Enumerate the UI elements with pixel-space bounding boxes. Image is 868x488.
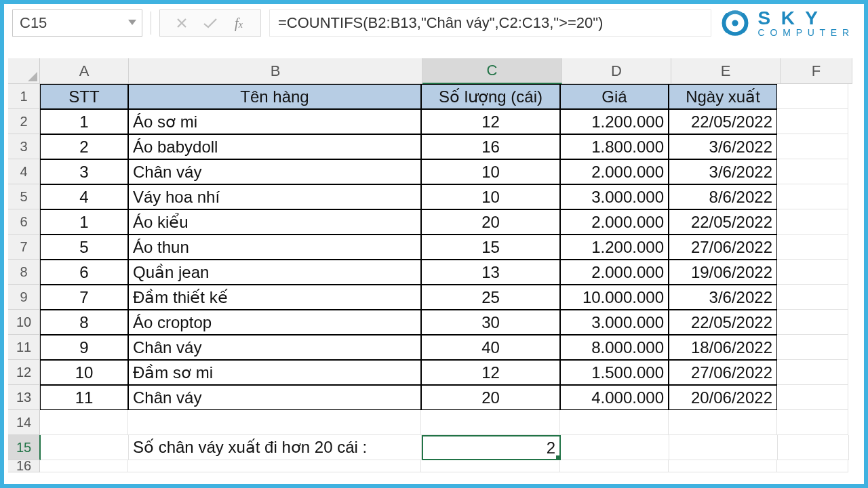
row-header[interactable]: 10: [8, 310, 40, 335]
cell-ngayxuat[interactable]: 22/05/2022: [669, 109, 777, 134]
hdr-gia[interactable]: Giá: [560, 84, 669, 109]
cell-stt[interactable]: 5: [40, 235, 128, 260]
cell-soluong[interactable]: 10: [421, 159, 560, 184]
cell[interactable]: [560, 460, 669, 472]
cell-gia[interactable]: 1.200.000: [560, 235, 669, 260]
col-header-B[interactable]: B: [129, 58, 422, 84]
row-header[interactable]: 14: [8, 410, 40, 435]
cell-stt[interactable]: 4: [40, 184, 128, 209]
cell[interactable]: [777, 385, 848, 410]
cell-ngayxuat[interactable]: 3/6/2022: [669, 159, 777, 184]
cell-ngayxuat[interactable]: 18/06/2022: [669, 335, 777, 360]
cell-gia[interactable]: 4.000.000: [560, 385, 669, 410]
cell-tenhang[interactable]: Đầm thiết kế: [128, 285, 421, 310]
cell[interactable]: [777, 260, 848, 285]
cell[interactable]: [777, 209, 848, 235]
cell-stt[interactable]: 7: [40, 285, 128, 310]
cancel-button[interactable]: [170, 13, 194, 33]
cell[interactable]: [777, 360, 848, 385]
cell-tenhang[interactable]: Đầm sơ mi: [128, 360, 421, 385]
grid-body[interactable]: 1STTTên hàngSố lượng (cái)GiáNgày xuất21…: [8, 84, 860, 480]
cell[interactable]: [560, 410, 669, 435]
cell-tenhang[interactable]: Áo thun: [128, 235, 421, 260]
cell[interactable]: [777, 460, 848, 472]
chevron-down-icon[interactable]: [128, 20, 136, 25]
cell[interactable]: [777, 159, 848, 184]
enter-button[interactable]: [198, 13, 222, 33]
row-header[interactable]: 7: [8, 235, 40, 260]
cell[interactable]: [128, 410, 421, 435]
cell-tenhang[interactable]: Áo babydoll: [128, 134, 421, 159]
cell-soluong[interactable]: 16: [421, 134, 560, 159]
cell[interactable]: [669, 410, 777, 435]
cell-soluong[interactable]: 12: [421, 360, 560, 385]
cell-ngayxuat[interactable]: 27/06/2022: [669, 235, 777, 260]
cell-soluong[interactable]: 40: [421, 335, 560, 360]
cell-ngayxuat[interactable]: 19/06/2022: [669, 260, 777, 285]
cell-ngayxuat[interactable]: 20/06/2022: [669, 385, 777, 410]
row-header[interactable]: 16: [8, 460, 40, 472]
cell[interactable]: [777, 84, 848, 109]
row-header[interactable]: 5: [8, 184, 40, 209]
cell[interactable]: [777, 109, 848, 134]
cell[interactable]: [777, 134, 848, 159]
cell-stt[interactable]: 10: [40, 360, 128, 385]
cell-stt[interactable]: 11: [40, 385, 128, 410]
cell[interactable]: [777, 335, 848, 360]
name-box[interactable]: C15: [12, 9, 142, 37]
row-header[interactable]: 6: [8, 209, 40, 235]
cell-ngayxuat[interactable]: 27/06/2022: [669, 360, 777, 385]
col-header-A[interactable]: A: [40, 58, 129, 84]
cell[interactable]: [777, 410, 848, 435]
cell-tenhang[interactable]: Quần jean: [128, 260, 421, 285]
cell-gia[interactable]: 1.800.000: [560, 134, 669, 159]
row-header[interactable]: 3: [8, 134, 40, 159]
cell-soluong[interactable]: 30: [421, 310, 560, 335]
row-header[interactable]: 2: [8, 109, 40, 134]
row-header[interactable]: 8: [8, 260, 40, 285]
cell-soluong[interactable]: 15: [421, 235, 560, 260]
cell-stt[interactable]: 8: [40, 310, 128, 335]
col-header-E[interactable]: E: [671, 58, 781, 84]
cell-gia[interactable]: 10.000.000: [560, 285, 669, 310]
row-header[interactable]: 9: [8, 285, 40, 310]
hdr-ngayxuat[interactable]: Ngày xuất: [669, 84, 777, 109]
cell-stt[interactable]: 3: [40, 159, 128, 184]
cell-soluong[interactable]: 12: [421, 109, 560, 134]
cell-ngayxuat[interactable]: 3/6/2022: [669, 134, 777, 159]
cell[interactable]: [777, 285, 848, 310]
cell-stt[interactable]: 2: [40, 134, 128, 159]
cell-tenhang[interactable]: Áo kiểu: [128, 209, 421, 235]
cell-soluong[interactable]: 10: [421, 184, 560, 209]
row-header[interactable]: 12: [8, 360, 40, 385]
cell-gia[interactable]: 2.000.000: [560, 260, 669, 285]
cell[interactable]: [421, 410, 560, 435]
select-all-corner[interactable]: [8, 58, 40, 84]
cell-tenhang[interactable]: Áo sơ mi: [128, 109, 421, 134]
cell-gia[interactable]: 1.500.000: [560, 360, 669, 385]
cell[interactable]: [40, 410, 128, 435]
cell[interactable]: [777, 184, 848, 209]
cell-gia[interactable]: 2.000.000: [560, 159, 669, 184]
row-header[interactable]: 15: [8, 435, 41, 460]
summary-label[interactable]: Số chân váy xuất đi hơn 20 cái :: [129, 435, 422, 460]
cell[interactable]: [40, 460, 128, 472]
hdr-soluong[interactable]: Số lượng (cái): [421, 84, 560, 109]
row-header[interactable]: 11: [8, 335, 40, 360]
formula-input[interactable]: =COUNTIFS(B2:B13,"Chân váy",C2:C13,">=20…: [269, 9, 711, 37]
cell-soluong[interactable]: 20: [421, 385, 560, 410]
col-header-F[interactable]: F: [781, 58, 852, 84]
cell[interactable]: [421, 460, 560, 472]
col-header-D[interactable]: D: [562, 58, 671, 84]
cell-tenhang[interactable]: Chân váy: [128, 335, 421, 360]
cell-tenhang[interactable]: Chân váy: [128, 385, 421, 410]
cell-soluong[interactable]: 13: [421, 260, 560, 285]
insert-function-button[interactable]: fx: [226, 13, 251, 33]
cell-gia[interactable]: 3.000.000: [560, 184, 669, 209]
col-header-C[interactable]: C: [422, 58, 562, 84]
cell[interactable]: [128, 460, 421, 472]
hdr-stt[interactable]: STT: [40, 84, 128, 109]
cell-soluong[interactable]: 25: [421, 285, 560, 310]
cell-gia[interactable]: 2.000.000: [560, 209, 669, 235]
cell[interactable]: [777, 310, 848, 335]
